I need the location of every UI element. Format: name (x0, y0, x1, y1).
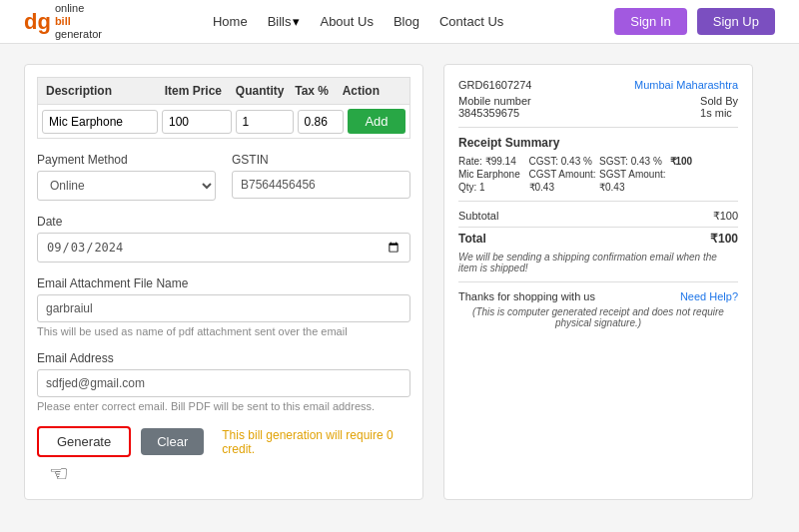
receipt-sold-label: Sold By (700, 95, 738, 107)
receipt-thanks: Thanks for shopping with us (458, 290, 595, 302)
receipt-mobile-group: Mobile number 3845359675 (458, 95, 531, 119)
receipt-summary-title: Receipt Summary (458, 136, 738, 150)
payment-gstin-section: Payment Method Online GSTIN (37, 153, 410, 201)
buttons-row: Generate Clear This bill generation will… (37, 426, 410, 457)
gstin-label: GSTIN (232, 153, 410, 167)
filename-group: Email Attachment File Name This will be … (37, 276, 410, 337)
nav-bills-link[interactable]: Bills (268, 14, 292, 29)
col-action: Action (343, 84, 401, 98)
receipt-footer: Thanks for shopping with us Need Help? (458, 290, 738, 302)
payment-method-group: Payment Method Online (37, 153, 216, 201)
item-price-input[interactable] (162, 110, 232, 134)
email-label: Email Address (37, 351, 410, 365)
receipt-address[interactable]: Mumbai Maharashtra (634, 79, 738, 91)
receipt-total-row: Total ₹100 (458, 227, 738, 246)
receipt-divider-1 (458, 127, 738, 128)
receipt-sold-group: Sold By 1s mic (700, 95, 738, 119)
signup-button[interactable]: Sign Up (697, 8, 775, 35)
payment-gstin-row: Payment Method Online GSTIN (37, 153, 410, 201)
signin-button[interactable]: Sign In (614, 8, 686, 35)
payment-select[interactable]: Online (37, 171, 216, 201)
email-hint: Please enter correct email. Bill PDF wil… (37, 400, 410, 412)
receipt-rate: Rate: ₹99.14 (458, 156, 527, 167)
receipt-subtotal-label: Subtotal (458, 210, 498, 223)
quantity-input[interactable] (236, 110, 294, 134)
receipt-divider-2 (458, 201, 738, 202)
payment-label: Payment Method (37, 153, 216, 167)
filename-label: Email Attachment File Name (37, 276, 410, 290)
receipt-amount: ₹100 (670, 156, 739, 167)
receipt-sgst-amount-label: SGST Amount: (599, 169, 668, 180)
receipt-subtotal-value: ₹100 (713, 210, 738, 223)
credit-message: This bill generation will require 0 cred… (222, 428, 410, 456)
receipt-cgst-amount-label: CGST Amount: (529, 169, 598, 180)
receipt-mobile-label: Mobile number (458, 95, 531, 107)
email-group: Email Address Please enter correct email… (37, 351, 410, 412)
nav-home[interactable]: Home (213, 14, 248, 29)
receipt-item-name: Mic Earphone (458, 169, 527, 180)
receipt-shipping-note: We will be sending a shipping confirmati… (458, 252, 738, 273)
table-row: Add (37, 105, 410, 139)
receipt-mobile-value: 3845359675 (458, 107, 531, 119)
receipt-order-row: GRD61607274 Mumbai Maharashtra (458, 79, 738, 91)
receipt-cgst-val: ₹0.43 (529, 182, 598, 193)
date-section: Date (37, 215, 410, 263)
logo-line2: bill (55, 15, 102, 28)
receipt-qty (670, 169, 739, 180)
gstin-group: GSTIN (232, 153, 410, 201)
hand-icon: ☜ (49, 461, 69, 487)
receipt-sold-value: 1s mic (700, 107, 738, 119)
date-input[interactable] (37, 233, 410, 263)
col-description: Description (46, 84, 165, 98)
clear-button[interactable]: Clear (141, 428, 204, 455)
col-tax: Tax % (295, 84, 342, 98)
logo-line1: online (55, 2, 102, 15)
main-content: Description Item Price Quantity Tax % Ac… (0, 44, 799, 520)
receipt-divider-3 (458, 281, 738, 282)
email-section: Email Address Please enter correct email… (37, 351, 410, 412)
chevron-down-icon: ▾ (293, 14, 300, 29)
add-button[interactable]: Add (348, 109, 405, 134)
filename-input[interactable] (37, 294, 410, 322)
receipt-sgst-pct: SGST: 0.43 % (599, 156, 668, 167)
receipt-mobile-row: Mobile number 3845359675 Sold By 1s mic (458, 95, 738, 119)
tax-input[interactable] (298, 110, 344, 134)
gstin-input[interactable] (232, 171, 410, 199)
receipt-subtotal-row: Subtotal ₹100 (458, 210, 738, 223)
nav-bills[interactable]: Bills ▾ (268, 14, 301, 29)
nav-about[interactable]: About Us (320, 14, 373, 29)
filename-hint: This will be used as name of pdf attachm… (37, 325, 410, 337)
receipt-footer-note: (This is computer generated receipt and … (458, 306, 738, 328)
receipt-order-id: GRD61607274 (458, 79, 531, 91)
receipt-sgst-val: ₹0.43 (599, 182, 668, 193)
nav-blog[interactable]: Blog (394, 14, 419, 29)
email-input[interactable] (37, 369, 410, 397)
col-item-price: Item Price (165, 84, 236, 98)
logo-dg-text: dg (24, 9, 51, 35)
table-header: Description Item Price Quantity Tax % Ac… (37, 77, 410, 105)
col-quantity: Quantity (236, 84, 295, 98)
logo: dg online bill generator (24, 2, 102, 42)
date-group: Date (37, 215, 410, 263)
receipt-panel: GRD61607274 Mumbai Maharashtra Mobile nu… (443, 64, 753, 500)
nav-contact[interactable]: Contact Us (439, 14, 503, 29)
description-input[interactable] (42, 110, 158, 134)
form-panel: Description Item Price Quantity Tax % Ac… (24, 64, 423, 500)
header: dg online bill generator Home Bills ▾ Ab… (0, 0, 799, 44)
receipt-summary-grid: Rate: ₹99.14 CGST: 0.43 % SGST: 0.43 % ₹… (458, 156, 738, 193)
cursor-hand: ☜ (37, 457, 410, 487)
header-buttons: Sign In Sign Up (614, 8, 775, 35)
receipt-total-label: Total (458, 232, 486, 246)
logo-line3: generator (55, 28, 102, 41)
main-nav: Home Bills ▾ About Us Blog Contact Us (213, 14, 503, 29)
receipt-cgst-pct: CGST: 0.43 % (529, 156, 598, 167)
receipt-qty-val: Qty: 1 (458, 182, 527, 193)
receipt-need-help[interactable]: Need Help? (680, 290, 738, 302)
date-label: Date (37, 215, 410, 229)
receipt-total-value: ₹100 (710, 232, 738, 246)
logo-text: online bill generator (55, 2, 102, 42)
generate-button[interactable]: Generate (37, 426, 131, 457)
filename-section: Email Attachment File Name This will be … (37, 276, 410, 337)
